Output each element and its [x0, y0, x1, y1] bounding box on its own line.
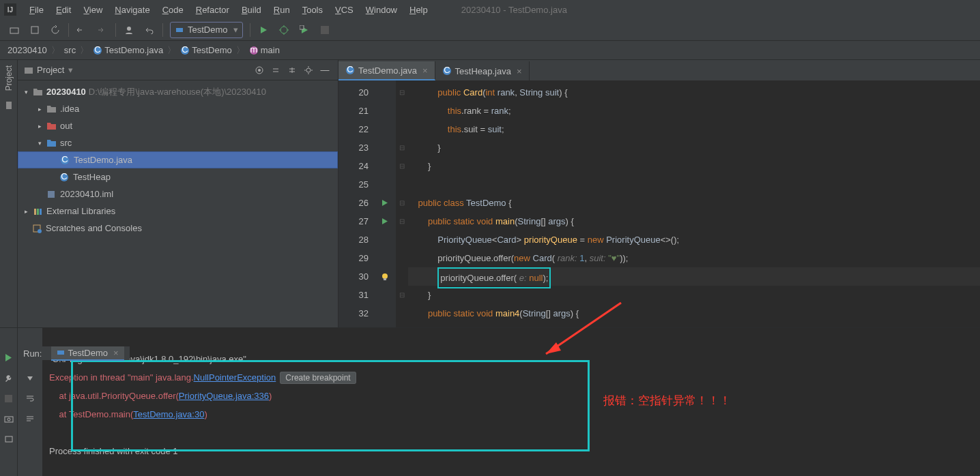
svg-rect-24: [37, 209, 39, 215]
menu-edit[interactable]: Edit: [50, 2, 77, 18]
menu-tools[interactable]: Tools: [296, 2, 329, 18]
expand-all-icon[interactable]: [268, 63, 283, 78]
menu-window[interactable]: Window: [360, 2, 403, 18]
create-breakpoint-button[interactable]: Create breakpoint: [280, 372, 356, 384]
svg-point-2: [127, 27, 131, 31]
svg-point-32: [382, 273, 388, 279]
project-panel-title: Project: [37, 65, 64, 75]
project-tool-button[interactable]: Project: [3, 60, 15, 96]
tree-TestDemo.java[interactable]: CTestDemo.java: [18, 151, 338, 168]
app-icon: IJ: [4, 3, 16, 16]
run-gutter[interactable]: [374, 80, 396, 327]
select-opened-file-icon[interactable]: [252, 63, 267, 78]
svg-rect-35: [5, 395, 12, 402]
svg-rect-0: [10, 28, 18, 33]
tab-TestHeap.java[interactable]: CTestHeap.java×: [435, 61, 530, 80]
menu-help[interactable]: Help: [403, 2, 434, 18]
project-tree[interactable]: ▾20230410 D:\编程专用\java-warehouse(本地)\202…: [18, 80, 338, 239]
menu-view[interactable]: View: [77, 2, 109, 18]
menu-file[interactable]: File: [23, 2, 50, 18]
editor-tabbar: CTestDemo.java×CTestHeap.java×: [338, 60, 980, 80]
svg-point-37: [8, 418, 10, 421]
crumb-src[interactable]: src: [62, 45, 78, 55]
menu-navigate[interactable]: Navigate: [109, 2, 156, 18]
tree-src[interactable]: ▾src: [18, 134, 338, 151]
run-config-label: TestDemo: [188, 25, 228, 35]
svg-text:C: C: [61, 173, 67, 181]
down-icon[interactable]: [26, 368, 34, 388]
bookmarks-icon[interactable]: [4, 100, 14, 110]
fold-gutter[interactable]: ⊟⊟⊟⊟⊟⊟: [396, 80, 408, 327]
tab-TestDemo.java[interactable]: CTestDemo.java×: [338, 61, 435, 80]
svg-rect-23: [34, 209, 36, 215]
printer-icon[interactable]: [4, 429, 14, 449]
avatar-icon[interactable]: [120, 21, 138, 39]
tree-.idea[interactable]: ▸.idea: [18, 100, 338, 117]
svg-text:C: C: [347, 65, 353, 74]
stop-run-icon[interactable]: [5, 388, 12, 408]
svg-point-17: [306, 68, 311, 72]
collapse-all-icon[interactable]: [285, 63, 300, 78]
forward-icon[interactable]: [93, 21, 111, 39]
crumb-TestDemo[interactable]: CTestDemo: [178, 45, 234, 55]
svg-text:C: C: [444, 66, 450, 75]
code-area[interactable]: public Card(int rank, String suit) { thi…: [408, 80, 980, 327]
tree-scratches[interactable]: Scratches and Consoles: [18, 220, 338, 237]
settings-icon[interactable]: [301, 63, 316, 78]
svg-rect-13: [6, 102, 12, 109]
svg-point-16: [258, 69, 261, 72]
close-icon[interactable]: ×: [517, 66, 522, 76]
run-label: Run:: [23, 348, 42, 359]
sync-icon[interactable]: [46, 21, 64, 39]
tree-out[interactable]: ▸out: [18, 117, 338, 134]
menu-build[interactable]: Build: [235, 2, 268, 18]
run-tab-label[interactable]: TestDemo: [68, 348, 108, 358]
crumb-20230410[interactable]: 20230410: [5, 45, 49, 55]
tree-external-libraries[interactable]: ▸External Libraries: [18, 203, 338, 220]
debug-icon[interactable]: [275, 21, 293, 39]
menu-refactor[interactable]: Refactor: [190, 2, 235, 18]
soft-wrap-icon[interactable]: [25, 388, 35, 408]
run-config-selector[interactable]: TestDemo ▾: [170, 22, 243, 38]
menu-run[interactable]: Run: [268, 2, 296, 18]
hide-icon[interactable]: —: [317, 63, 332, 78]
toolbar: TestDemo ▾: [0, 19, 980, 41]
run-tool-header: Run: TestDemo ×: [18, 346, 130, 360]
run-icon[interactable]: [255, 21, 272, 39]
svg-rect-22: [48, 191, 55, 198]
svg-text:C: C: [182, 46, 188, 55]
undo-icon[interactable]: [141, 21, 158, 39]
close-icon[interactable]: ×: [113, 348, 119, 358]
line-number-gutter[interactable]: 20212223242526272829303132: [338, 80, 374, 327]
annotation-text: 报错：空指针异常！！！: [603, 393, 731, 408]
svg-rect-36: [5, 417, 13, 422]
window-title: 20230410 - TestDemo.java: [461, 5, 567, 15]
rerun-icon[interactable]: [4, 347, 13, 368]
menubar: IJ FileEditViewNavigateCodeRefactorBuild…: [0, 0, 980, 19]
stop-icon[interactable]: [316, 21, 334, 39]
editor: CTestDemo.java×CTestHeap.java× 202122232…: [338, 60, 980, 327]
run-panel: "C:\Program Files\Java\jdk1.8.0_192\bin\…: [0, 327, 980, 476]
svg-rect-38: [5, 436, 12, 442]
crumb-main[interactable]: mmain: [247, 45, 282, 55]
close-icon[interactable]: ×: [422, 65, 428, 76]
tree-root[interactable]: ▾20230410 D:\编程专用\java-warehouse(本地)\202…: [18, 83, 338, 100]
console-output[interactable]: "C:\Program Files\Java\jdk1.8.0_192\bin\…: [42, 328, 980, 476]
save-all-icon[interactable]: [26, 21, 44, 39]
scroll-to-end-icon[interactable]: [25, 408, 35, 429]
open-icon[interactable]: [5, 21, 23, 39]
menu-vcs[interactable]: VCS: [329, 2, 360, 18]
camera-icon[interactable]: [4, 408, 14, 429]
tree-TestHeap[interactable]: CTestHeap: [18, 168, 338, 185]
svg-point-27: [38, 229, 42, 233]
svg-rect-14: [25, 68, 33, 74]
wrench-icon[interactable]: [4, 368, 14, 388]
svg-rect-25: [40, 209, 42, 215]
coverage-icon[interactable]: [296, 21, 313, 39]
back-icon[interactable]: [73, 21, 91, 39]
tree-20230410.iml[interactable]: 20230410.iml: [18, 185, 338, 203]
menu-code[interactable]: Code: [156, 2, 190, 18]
crumb-TestDemo.java[interactable]: CTestDemo.java: [91, 45, 165, 55]
run-panel-gutter: [0, 328, 18, 476]
svg-text:m: m: [250, 46, 257, 55]
